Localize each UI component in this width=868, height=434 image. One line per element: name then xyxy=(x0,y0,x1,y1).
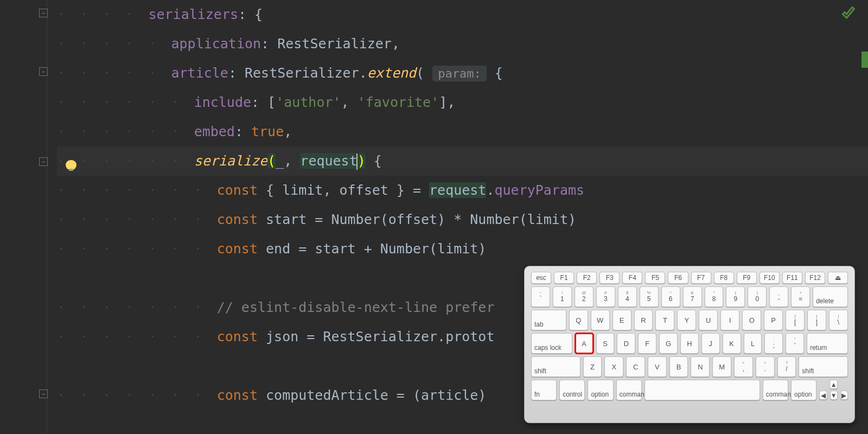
key-u[interactable]: U xyxy=(699,310,718,330)
code-line: · · · · · application: RestSerializer, xyxy=(57,29,868,59)
key-f2[interactable]: F2 xyxy=(577,272,597,284)
key-7[interactable]: &7 xyxy=(683,286,702,307)
key-8[interactable]: *8 xyxy=(705,286,724,307)
key-q[interactable]: Q xyxy=(569,310,588,330)
code-line: · · · · · · · const start = Number(offse… xyxy=(57,205,868,234)
key-,[interactable]: <, xyxy=(734,356,753,377)
fold-toggle-icon[interactable] xyxy=(39,67,48,76)
scroll-marker[interactable] xyxy=(861,52,868,68)
key-arrow-right[interactable]: ▶ xyxy=(840,391,848,400)
key-/[interactable]: ?/ xyxy=(777,356,796,377)
key-f[interactable]: F xyxy=(638,333,656,354)
key-g[interactable]: G xyxy=(659,333,678,354)
key-][interactable]: }] xyxy=(807,310,826,330)
code-line-current: · · · · · · serialize(_, request) { xyxy=(57,146,868,176)
key-0[interactable]: )0 xyxy=(748,286,767,307)
key-delete[interactable]: delete xyxy=(813,286,848,307)
analysis-ok-icon[interactable] xyxy=(841,7,856,22)
key-i[interactable]: I xyxy=(720,310,739,330)
gutter xyxy=(0,0,52,434)
key-f7[interactable]: F7 xyxy=(691,272,711,284)
key-o[interactable]: O xyxy=(742,310,761,330)
key-v[interactable]: V xyxy=(648,356,667,377)
key-command[interactable]: command xyxy=(616,380,642,400)
code-line: · · · · serializers: { xyxy=(57,0,868,29)
key-5[interactable]: %5 xyxy=(640,286,659,307)
key-e[interactable]: E xyxy=(612,310,631,330)
key-f6[interactable]: F6 xyxy=(668,272,688,284)
key-f4[interactable]: F4 xyxy=(622,272,642,284)
intention-bulb-icon[interactable] xyxy=(65,160,77,172)
key-f12[interactable]: F12 xyxy=(805,272,825,284)
key-`[interactable]: ~` xyxy=(531,286,550,307)
key-;[interactable]: :; xyxy=(764,333,783,354)
key-control[interactable]: control xyxy=(559,380,585,400)
key-x[interactable]: X xyxy=(604,356,623,377)
key-f8[interactable]: F8 xyxy=(714,272,734,284)
key-option[interactable]: option xyxy=(588,380,613,400)
key-b[interactable]: B xyxy=(669,356,688,377)
key-2[interactable]: @2 xyxy=(575,286,593,307)
key-arrow-down[interactable]: ▼ xyxy=(830,391,838,400)
code-line: · · · · · · · const end = start + Number… xyxy=(57,234,868,264)
key-t[interactable]: T xyxy=(655,310,674,330)
key-\[interactable]: |\ xyxy=(829,310,848,330)
key--[interactable]: _- xyxy=(769,286,788,307)
key-4[interactable]: $4 xyxy=(618,286,637,307)
key-shift-right[interactable]: shift xyxy=(799,356,848,377)
key-6[interactable]: ^6 xyxy=(661,286,680,307)
key-shift-left[interactable]: shift xyxy=(531,356,580,377)
keyboard-row-2: tabQWERTYUIOP{[}]|\ xyxy=(531,310,848,330)
key-option-right[interactable]: option xyxy=(791,380,816,400)
key-1[interactable]: !1 xyxy=(553,286,572,307)
key-y[interactable]: Y xyxy=(677,310,696,330)
fold-toggle-icon[interactable] xyxy=(39,9,48,17)
code-line: · · · · · · embed: true, xyxy=(57,117,868,146)
key-w[interactable]: W xyxy=(591,310,610,330)
key-f11[interactable]: F11 xyxy=(782,272,802,284)
keyboard-row-3: caps lockASDFGHJKL:;"'return xyxy=(531,333,848,354)
key-r[interactable]: R xyxy=(634,310,653,330)
key-[[interactable]: {[ xyxy=(786,310,805,330)
key-tab[interactable]: tab xyxy=(531,310,566,330)
key-9[interactable]: (9 xyxy=(726,286,745,307)
key-k[interactable]: K xyxy=(723,333,741,354)
key-a[interactable]: A xyxy=(575,333,593,354)
key-s[interactable]: S xyxy=(596,333,615,354)
key-command-right[interactable]: command xyxy=(763,380,788,400)
param-hint: param: xyxy=(432,66,486,81)
key-f3[interactable]: F3 xyxy=(599,272,620,284)
key-f1[interactable]: F1 xyxy=(554,272,574,284)
keyboard-row-fn: escF1F2F3F4F5F6F7F8F9F10F11F12⏏ xyxy=(531,272,848,284)
key-capslock[interactable]: caps lock xyxy=(531,333,572,354)
key-f9[interactable]: F9 xyxy=(737,272,757,284)
key-'[interactable]: "' xyxy=(786,333,804,354)
fold-toggle-icon[interactable] xyxy=(39,157,48,166)
code-line: · · · · · article: RestSerializer.extend… xyxy=(57,59,868,88)
key-j[interactable]: J xyxy=(701,333,720,354)
key-arrow-up[interactable]: ▲ xyxy=(829,380,838,389)
key-space[interactable] xyxy=(644,380,760,400)
key-f10[interactable]: F10 xyxy=(760,272,780,284)
key-esc[interactable]: esc xyxy=(531,272,551,284)
key-⏏[interactable]: ⏏ xyxy=(828,272,848,284)
key-l[interactable]: L xyxy=(744,333,762,354)
key-z[interactable]: Z xyxy=(583,356,602,377)
key-=[interactable]: += xyxy=(791,286,810,307)
key-h[interactable]: H xyxy=(680,333,699,354)
fold-toggle-icon[interactable] xyxy=(39,390,48,398)
key-arrow-left[interactable]: ◀ xyxy=(819,391,827,400)
key-3[interactable]: #3 xyxy=(596,286,615,307)
key-return[interactable]: return xyxy=(807,333,848,354)
key-p[interactable]: P xyxy=(764,310,783,330)
key-m[interactable]: M xyxy=(712,356,731,377)
onscreen-keyboard: escF1F2F3F4F5F6F7F8F9F10F11F12⏏ ~`!1@2#3… xyxy=(524,266,855,423)
key-.[interactable]: >. xyxy=(756,356,775,377)
key-n[interactable]: N xyxy=(691,356,710,377)
key-fn[interactable]: fn xyxy=(531,380,557,400)
keyboard-row-4: shiftZXCVBNM<,>.?/shift xyxy=(531,356,848,377)
keyboard-row-1: ~`!1@2#3$4%5^6&7*8(9)0_-+=delete xyxy=(531,286,848,307)
key-d[interactable]: D xyxy=(617,333,635,354)
key-c[interactable]: C xyxy=(626,356,645,377)
key-f5[interactable]: F5 xyxy=(645,272,665,284)
